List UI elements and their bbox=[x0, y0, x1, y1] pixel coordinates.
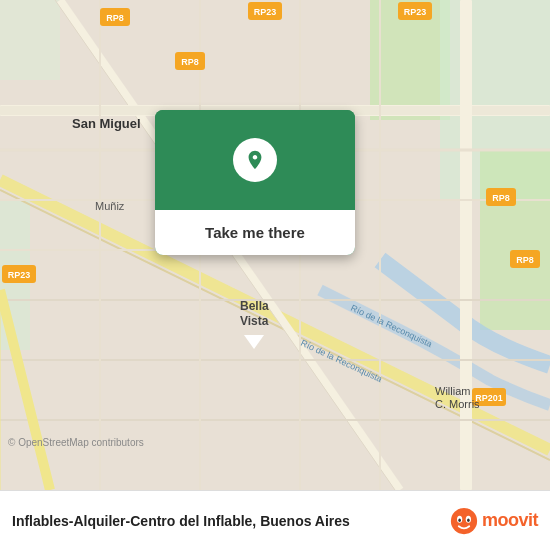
svg-point-43 bbox=[451, 507, 477, 533]
svg-text:Vista: Vista bbox=[240, 314, 269, 328]
location-popup: Take me there bbox=[155, 110, 355, 255]
map-container: RP8 RP23 RP23 RP8 RP23 RP8 RP8 RP201 San… bbox=[0, 0, 550, 490]
svg-rect-8 bbox=[460, 0, 472, 490]
take-me-there-button[interactable]: Take me there bbox=[155, 210, 355, 255]
svg-text:Bella: Bella bbox=[240, 299, 269, 313]
location-pin-icon bbox=[244, 149, 266, 171]
svg-rect-3 bbox=[480, 150, 550, 330]
svg-text:RP8: RP8 bbox=[181, 57, 199, 67]
svg-text:Muñiz: Muñiz bbox=[95, 200, 125, 212]
svg-text:RP23: RP23 bbox=[404, 7, 427, 17]
svg-text:RP8: RP8 bbox=[106, 13, 124, 23]
moovit-logo: moovit bbox=[450, 507, 538, 535]
bottom-bar: Inflables-Alquiler-Centro del Inflable, … bbox=[0, 490, 550, 550]
svg-text:C. Morris: C. Morris bbox=[435, 398, 480, 410]
moovit-text: moovit bbox=[482, 510, 538, 531]
moovit-icon bbox=[450, 507, 478, 535]
svg-text:RP23: RP23 bbox=[254, 7, 277, 17]
svg-text:RP8: RP8 bbox=[516, 255, 534, 265]
popup-header bbox=[155, 110, 355, 210]
svg-text:William: William bbox=[435, 385, 470, 397]
copyright-text: © OpenStreetMap contributors bbox=[8, 437, 144, 448]
popup-tail bbox=[244, 335, 264, 349]
svg-text:RP8: RP8 bbox=[492, 193, 510, 203]
location-icon-container bbox=[233, 138, 277, 182]
svg-point-46 bbox=[458, 518, 461, 522]
place-name: Inflables-Alquiler-Centro del Inflable, … bbox=[12, 513, 450, 529]
svg-text:RP23: RP23 bbox=[8, 270, 31, 280]
svg-text:San Miguel: San Miguel bbox=[72, 116, 141, 131]
svg-rect-5 bbox=[0, 0, 60, 80]
svg-point-47 bbox=[467, 518, 470, 522]
